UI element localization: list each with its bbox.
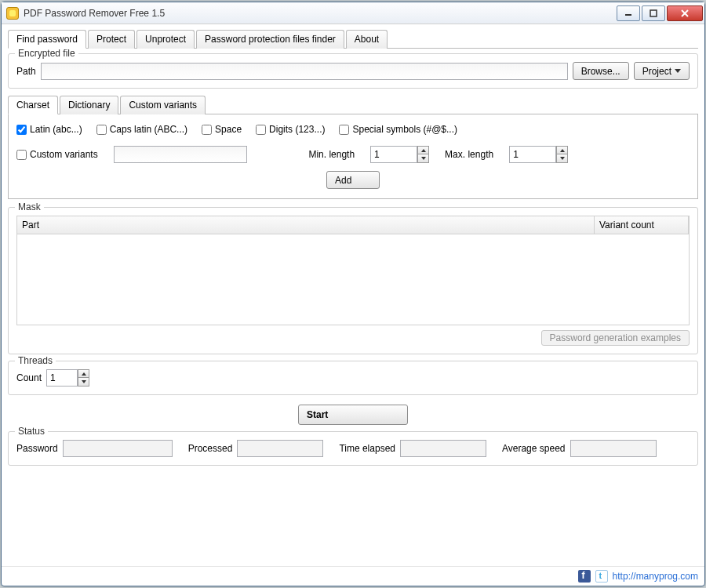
examples-button: Password generation examples — [541, 330, 690, 346]
checkbox-caps-latin[interactable]: Caps latin (ABC...) — [96, 124, 187, 135]
threads-down[interactable] — [78, 378, 89, 387]
avg-speed-output — [570, 440, 657, 457]
group-threads: Threads Count — [8, 361, 698, 395]
browse-button[interactable]: Browse... — [573, 62, 629, 80]
password-output — [63, 440, 173, 457]
checkbox-special[interactable]: Special symbols (#@$...) — [339, 124, 457, 135]
min-length-up[interactable] — [417, 146, 429, 154]
client-area: Find password Protect Unprotect Password… — [2, 24, 704, 566]
window-title: PDF Password Remover Free 1.5 — [24, 8, 165, 19]
tab-protection-finder[interactable]: Password protection files finder — [196, 30, 344, 49]
checkbox-latin[interactable]: Latin (abc...) — [16, 124, 82, 135]
path-input[interactable] — [41, 63, 568, 80]
mask-table[interactable]: Part Variant count — [16, 216, 690, 325]
max-length-up[interactable] — [556, 146, 568, 154]
min-length-input[interactable] — [370, 146, 417, 163]
project-label: Project — [642, 66, 671, 77]
legend-mask: Mask — [15, 201, 44, 212]
checkbox-digits[interactable]: Digits (123...) — [256, 124, 325, 135]
group-mask: Mask Part Variant count Password generat… — [8, 207, 698, 354]
threads-stepper[interactable] — [46, 369, 89, 387]
threads-input[interactable] — [46, 369, 78, 387]
label-space: Space — [215, 124, 242, 135]
group-encrypted-file: Encrypted file Path Browse... Project — [8, 53, 698, 89]
twitter-icon[interactable] — [595, 570, 608, 583]
subtab-custom-variants[interactable]: Custom variants — [120, 96, 206, 114]
label-time-elapsed: Time elapsed — [339, 443, 395, 454]
max-length-down[interactable] — [556, 154, 568, 163]
label-count: Count — [16, 372, 42, 383]
tab-about[interactable]: About — [346, 30, 388, 49]
label-special: Special symbols (#@$...) — [352, 124, 457, 135]
time-elapsed-output — [400, 440, 486, 457]
custom-variants-input[interactable] — [114, 146, 247, 163]
maximize-button[interactable] — [642, 5, 665, 21]
label-min-length: Min. length — [308, 149, 355, 160]
col-part[interactable]: Part — [17, 216, 595, 234]
tab-find-password[interactable]: Find password — [8, 30, 86, 49]
label-custom-variants: Custom variants — [30, 149, 98, 160]
tab-unprotect[interactable]: Unprotect — [136, 30, 195, 49]
start-button[interactable]: Start — [298, 405, 408, 425]
svg-rect-1 — [650, 10, 657, 16]
mask-table-header: Part Variant count — [17, 216, 689, 234]
label-avg-speed: Average speed — [502, 443, 566, 454]
label-processed: Processed — [188, 443, 233, 454]
homepage-link[interactable]: http://manyprog.com — [613, 571, 698, 582]
legend-encrypted: Encrypted file — [15, 48, 78, 59]
add-button[interactable]: Add — [326, 171, 380, 189]
browse-label: Browse... — [581, 66, 620, 77]
app-window: PDF Password Remover Free 1.5 Find passw… — [1, 2, 705, 586]
titlebar: PDF Password Remover Free 1.5 — [2, 2, 704, 24]
checkbox-space[interactable]: Space — [202, 124, 242, 135]
col-variant-count[interactable]: Variant count — [595, 216, 689, 234]
processed-output — [237, 440, 323, 457]
charset-tabs: Charset Dictionary Custom variants — [8, 95, 698, 114]
close-button[interactable] — [667, 5, 703, 21]
max-length-stepper[interactable] — [509, 146, 568, 163]
tab-protect[interactable]: Protect — [88, 30, 135, 49]
label-path: Path — [16, 66, 36, 77]
minimize-button[interactable] — [617, 5, 640, 21]
max-length-input[interactable] — [509, 146, 556, 163]
min-length-stepper[interactable] — [370, 146, 429, 163]
label-latin: Latin (abc...) — [30, 124, 82, 135]
charset-panel: Latin (abc...) Caps latin (ABC...) Space… — [8, 114, 698, 199]
project-button[interactable]: Project — [634, 62, 690, 80]
checkbox-custom-variants[interactable]: Custom variants — [16, 149, 98, 160]
facebook-icon[interactable] — [578, 570, 591, 583]
label-caps: Caps latin (ABC...) — [110, 124, 187, 135]
threads-up[interactable] — [78, 369, 89, 378]
start-label: Start — [307, 409, 328, 420]
app-icon — [6, 7, 19, 20]
subtab-dictionary[interactable]: Dictionary — [60, 96, 118, 114]
min-length-down[interactable] — [417, 154, 429, 163]
window-controls — [615, 5, 703, 21]
group-status: Status Password Processed Time elapsed A… — [8, 431, 698, 466]
main-tabs: Find password Protect Unprotect Password… — [8, 29, 698, 49]
chevron-down-icon — [675, 69, 681, 73]
add-label: Add — [335, 175, 351, 186]
footer: http://manyprog.com — [2, 566, 704, 586]
label-digits: Digits (123...) — [269, 124, 325, 135]
subtab-charset[interactable]: Charset — [8, 96, 58, 114]
legend-threads: Threads — [15, 355, 56, 366]
legend-status: Status — [15, 426, 48, 437]
label-max-length: Max. length — [445, 149, 493, 160]
label-password: Password — [16, 443, 58, 454]
